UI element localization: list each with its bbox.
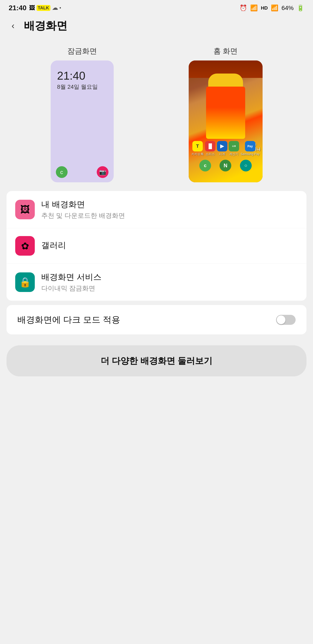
status-right: ⏰ 📶 HD 📶 64% 🔋 bbox=[240, 4, 304, 12]
status-time: 21:40 bbox=[9, 4, 26, 12]
wallpaper-emoji: 🖼 bbox=[20, 204, 30, 215]
app-calc: ÷× 계산기 bbox=[229, 141, 239, 156]
my-wallpaper-text: 내 배경화면 추천 및 다운로드한 배경화면 bbox=[41, 199, 298, 220]
app-voice-label: 소리스 bbox=[206, 152, 215, 156]
page-title: 배경화면 bbox=[24, 18, 67, 33]
gallery-title: 갤러리 bbox=[41, 240, 298, 251]
lock-screen-preview-item: 잠금화면 21:40 8월 24일 월요일 c 📷 bbox=[51, 46, 114, 182]
bottom-section: 더 다양한 배경화면 둘러보기 bbox=[0, 341, 313, 390]
service-emoji: 🔒 bbox=[19, 276, 31, 288]
lock-bottom-icons: c 📷 bbox=[51, 166, 114, 178]
dot-icon: • bbox=[59, 6, 61, 10]
home-apps-row1: T 카카오톡 ▐▌ 소리스 ▶ 시계 ÷× 계산기 Pay Samsung bbox=[189, 141, 263, 156]
my-wallpaper-icon: 🖼 bbox=[15, 200, 35, 219]
my-wallpaper-title: 내 배경화면 bbox=[41, 199, 298, 210]
preview-section: 잠금화면 21:40 8월 24일 월요일 c 📷 홈 화면 디스인피나 bbox=[0, 40, 313, 191]
signal-icon: 📶 bbox=[271, 4, 279, 12]
wallpaper-service-text: 배경화면 서비스 다이내믹 잠금화면 bbox=[41, 272, 298, 293]
wallpaper-service-title: 배경화면 서비스 bbox=[41, 272, 298, 282]
lock-label: 잠금화면 bbox=[67, 46, 97, 56]
alarm-icon: ⏰ bbox=[240, 4, 247, 12]
back-arrow-icon: ‹ bbox=[11, 21, 14, 31]
wifi-icon: 📶 bbox=[250, 4, 258, 12]
app-naver-icon: N bbox=[220, 160, 231, 172]
app-voice: ▐▌ 소리스 bbox=[205, 141, 215, 156]
app-teal-icon: ○ bbox=[240, 160, 252, 172]
lock-screen-preview[interactable]: 21:40 8월 24일 월요일 c 📷 bbox=[51, 60, 114, 182]
explore-button[interactable]: 더 다양한 배경화면 둘러보기 bbox=[6, 345, 307, 376]
gallery-menu-icon: ✿ bbox=[15, 236, 35, 256]
status-bar: 21:40 🖼 TALK ☁ • ⏰ 📶 HD 📶 64% 🔋 bbox=[0, 0, 313, 14]
toggle-knob bbox=[277, 316, 285, 324]
battery-level: 64% bbox=[282, 4, 294, 12]
home-apps-row2: c N ○ bbox=[189, 160, 263, 172]
app-pay: Pay Samsung Pay bbox=[241, 141, 260, 156]
menu-item-my-wallpaper[interactable]: 🖼 내 배경화면 추천 및 다운로드한 배경화면 bbox=[6, 191, 307, 228]
app-pay-icon: Pay bbox=[245, 141, 255, 152]
status-left: 21:40 🖼 TALK ☁ • bbox=[9, 4, 61, 12]
app-kakao: T 카카오톡 bbox=[192, 141, 204, 156]
app-voice-icon: ▐▌ bbox=[205, 141, 215, 152]
app-kakao-label: 카카오톡 bbox=[192, 152, 204, 156]
cloud-icon: ☁ bbox=[52, 4, 58, 11]
dark-mode-toggle-section: 배경화면에 다크 모드 적용 bbox=[6, 305, 307, 334]
menu-item-gallery[interactable]: ✿ 갤러리 bbox=[6, 228, 307, 264]
lock-pink-icon: 📷 bbox=[97, 166, 108, 178]
body-area bbox=[206, 86, 245, 139]
lock-time: 21:40 bbox=[57, 69, 107, 82]
hd-icon: HD bbox=[261, 5, 268, 11]
app-pay-label: Samsung Pay bbox=[241, 152, 260, 156]
talk-badge: TALK bbox=[36, 5, 50, 11]
lock-green-icon: c bbox=[56, 166, 68, 178]
status-icons: 🖼 TALK ☁ • bbox=[29, 4, 61, 11]
dark-mode-toggle[interactable] bbox=[276, 315, 296, 325]
dark-mode-label: 배경화면에 다크 모드 적용 bbox=[17, 314, 120, 326]
gallery-text: 갤러리 bbox=[41, 240, 298, 252]
app-calc-icon: ÷× bbox=[229, 141, 239, 152]
app-clock-icon: ▶ bbox=[217, 141, 227, 152]
header: ‹ 배경화면 bbox=[0, 14, 313, 40]
app-clock: ▶ 시계 bbox=[217, 141, 227, 156]
gallery-emoji: ✿ bbox=[21, 240, 29, 252]
app-kakao-icon: T bbox=[192, 141, 203, 152]
home-screen-preview[interactable]: 디스인피나 T 카카오톡 ▐▌ 소리스 ▶ 시계 ÷× 계산기 bbox=[189, 60, 263, 182]
battery-icon: 🔋 bbox=[297, 4, 304, 12]
menu-item-wallpaper-service[interactable]: 🔒 배경화면 서비스 다이내믹 잠금화면 bbox=[6, 264, 307, 301]
wallpaper-service-subtitle: 다이내믹 잠금화면 bbox=[41, 284, 298, 293]
back-button[interactable]: ‹ bbox=[6, 19, 19, 32]
app-phone-icon: c bbox=[199, 160, 211, 172]
app-calc-label: 계산기 bbox=[229, 152, 239, 156]
app-clock-label: 시계 bbox=[219, 152, 225, 156]
wallpaper-service-icon: 🔒 bbox=[15, 272, 35, 292]
menu-section: 🖼 내 배경화면 추천 및 다운로드한 배경화면 ✿ 갤러리 🔒 배경화면 서비… bbox=[6, 191, 307, 301]
home-label: 홈 화면 bbox=[213, 46, 238, 56]
gallery-icon: 🖼 bbox=[29, 4, 35, 11]
my-wallpaper-subtitle: 추천 및 다운로드한 배경화면 bbox=[41, 211, 298, 220]
home-screen-preview-item: 홈 화면 디스인피나 T 카카오톡 ▐▌ 소리스 bbox=[189, 46, 263, 182]
lock-date: 8월 24일 월요일 bbox=[57, 83, 107, 91]
